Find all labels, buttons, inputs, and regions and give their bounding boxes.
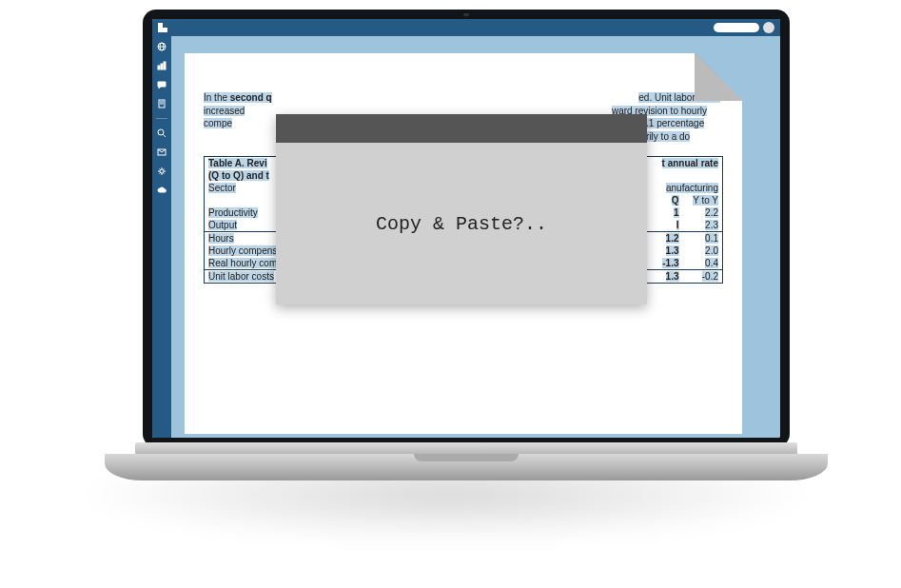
cell: 0.1: [705, 233, 718, 244]
search-input[interactable]: [714, 23, 759, 32]
camera-icon: [463, 13, 469, 16]
avatar[interactable]: [763, 22, 774, 33]
screen: In the second q ed. Unit labor costs inc…: [152, 19, 780, 438]
sidebar-divider: [156, 118, 167, 119]
table-header: anufacturing: [666, 183, 718, 193]
topbar-right: [714, 22, 774, 33]
row-label: Hours: [208, 233, 234, 244]
row-label: Productivity: [208, 207, 258, 218]
dialog-body: Copy & Paste?..: [276, 143, 647, 304]
cell: -1.3: [662, 258, 678, 268]
chat-icon[interactable]: [157, 80, 166, 89]
svg-rect-4: [161, 64, 163, 69]
table-title: t annual rate: [662, 158, 718, 168]
mail-icon[interactable]: [157, 147, 166, 157]
cell: 2.3: [705, 220, 718, 230]
top-bar: [152, 19, 780, 36]
table-header: Y to Y: [693, 195, 718, 206]
table-title: Table A. Revi: [208, 158, 267, 168]
row-label: Output: [208, 220, 237, 230]
cell: 1.3: [666, 245, 679, 256]
para-bold: second q: [230, 92, 272, 103]
table-title: (Q to Q) and t: [208, 170, 269, 181]
chart-icon[interactable]: [157, 61, 166, 70]
cell: 0.4: [705, 258, 718, 268]
file-icon[interactable]: [157, 99, 166, 108]
laptop-lid: In the second q ed. Unit labor costs inc…: [143, 10, 790, 447]
svg-rect-5: [164, 62, 166, 69]
cell: 2.0: [705, 245, 718, 256]
dialog-titlebar[interactable]: [276, 114, 647, 143]
dialog[interactable]: Copy & Paste?..: [276, 114, 647, 304]
laptop-hinge: [135, 442, 797, 454]
search-icon[interactable]: [157, 128, 166, 138]
cell: 1.2: [666, 233, 679, 244]
row-label: Unit labor costs: [208, 271, 274, 282]
globe-icon[interactable]: [157, 42, 166, 51]
table-header: Sector: [208, 183, 236, 193]
cell: I: [676, 220, 679, 230]
laptop: In the second q ed. Unit labor costs inc…: [143, 10, 790, 485]
svg-rect-3: [158, 66, 160, 69]
table-header: Q: [672, 195, 679, 206]
cloud-icon[interactable]: [157, 186, 166, 195]
laptop-notch: [414, 454, 519, 461]
gear-icon[interactable]: [157, 167, 166, 176]
cell: 2.2: [705, 207, 718, 218]
svg-line-10: [163, 134, 166, 137]
sidebar: [152, 36, 171, 438]
para-text: In the: [204, 92, 230, 103]
cell: -0.2: [702, 271, 718, 282]
page-fold-icon: [695, 53, 742, 101]
app-logo-icon: [158, 23, 167, 32]
dialog-text: Copy & Paste?..: [376, 213, 547, 235]
cell: 1: [674, 207, 679, 218]
cell: 1.3: [666, 271, 679, 282]
